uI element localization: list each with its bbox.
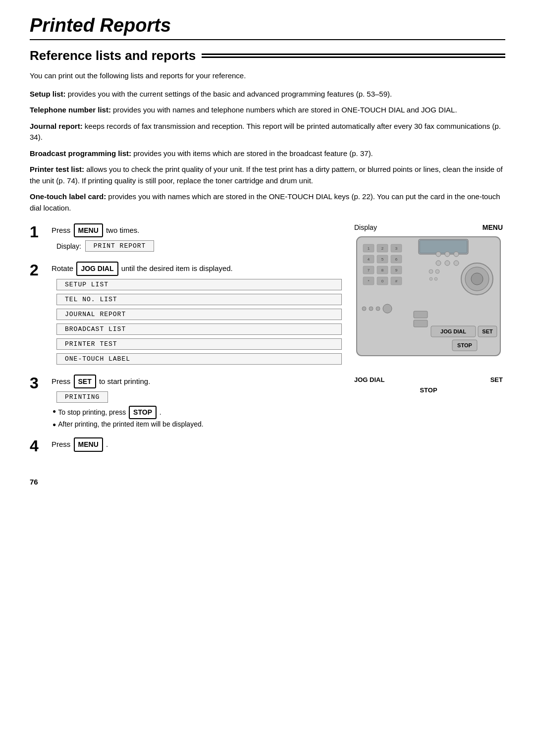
step-2-text: Rotate JOG DIAL until the desired item i… xyxy=(52,262,342,275)
svg-rect-50 xyxy=(414,311,428,318)
desc-telephone-bold: Telephone number list: xyxy=(30,106,111,114)
step-1-after: two times. xyxy=(106,226,140,234)
svg-point-41 xyxy=(369,307,373,311)
svg-text:*: * xyxy=(368,279,369,283)
display-item-setup: SETUP LIST xyxy=(56,279,342,290)
step-3: 3 Press SET to start printing. PRINTING … xyxy=(30,375,342,430)
step-1-text: Press MENU two times. xyxy=(52,223,342,237)
page-number: 76 xyxy=(30,478,505,486)
svg-rect-2 xyxy=(420,240,467,253)
set-label: SET xyxy=(490,376,503,383)
svg-point-37 xyxy=(435,270,439,273)
device-label-row: Display MENU xyxy=(354,223,503,231)
step-4-number: 4 xyxy=(30,437,45,455)
step-1-content: Press MENU two times. Display: PRINT REP… xyxy=(52,223,342,254)
svg-text:#: # xyxy=(395,279,398,283)
step-2-content: Rotate JOG DIAL until the desired item i… xyxy=(52,262,342,366)
title-rule xyxy=(30,39,505,40)
svg-point-5 xyxy=(471,273,483,285)
device-menu-label: MENU xyxy=(482,223,503,231)
device-svg: 123 456 789 *0# JOG DIA xyxy=(354,234,503,373)
step-3-bullet-1-text: To stop printing, press STOP . xyxy=(58,406,161,419)
device-illustration: Display MENU xyxy=(352,223,505,463)
step-1-key-menu: MENU xyxy=(74,223,103,237)
step-2-before: Rotate xyxy=(52,264,73,272)
desc-printer-bold: Printer test list: xyxy=(30,165,84,173)
display-item-printer: PRINTER TEST xyxy=(56,338,342,350)
svg-text:3: 3 xyxy=(395,246,398,251)
desc-telephone-text: provides you with names and telephone nu… xyxy=(111,106,457,114)
svg-text:0: 0 xyxy=(381,279,384,283)
step-2-number: 2 xyxy=(30,262,45,279)
step-3-bullets: To stop printing, press STOP . After pri… xyxy=(53,406,342,430)
stop-key-inline: STOP xyxy=(129,406,157,419)
step-4-before: Press xyxy=(52,440,70,448)
step-3-after: to start printing. xyxy=(99,377,150,385)
desc-printer: Printer test list: allows you to check t… xyxy=(30,164,505,186)
display-item-broadcast: BROADCAST LIST xyxy=(56,324,342,335)
step-4-key-menu: MENU xyxy=(74,437,103,451)
svg-point-31 xyxy=(445,252,450,257)
svg-text:2: 2 xyxy=(381,246,384,251)
svg-point-35 xyxy=(454,261,459,266)
desc-onetouch: One-touch label card: provides you with … xyxy=(30,191,505,214)
svg-text:JOG DIAL: JOG DIAL xyxy=(440,328,466,334)
step-3-bullet-2-text: After printing, the printed item will be… xyxy=(58,419,203,430)
step-4-text: Press MENU . xyxy=(52,437,342,451)
svg-point-36 xyxy=(429,270,433,273)
desc-journal-text: keeps records of fax transmission and re… xyxy=(30,122,501,142)
step-1-display-line: Display: PRINT REPORT xyxy=(56,240,342,252)
device-bottom-labels: JOG DIAL SET xyxy=(354,376,503,383)
step-3-bullet-1: To stop printing, press STOP . xyxy=(53,406,342,419)
desc-broadcast: Broadcast programming list: provides you… xyxy=(30,148,505,160)
svg-point-43 xyxy=(383,304,392,313)
svg-point-32 xyxy=(454,252,459,257)
desc-printer-text: allows you to check the print quality of… xyxy=(30,165,503,185)
desc-broadcast-text: provides you with items which are stored… xyxy=(131,149,373,158)
step-2-key-jog: JOG DIAL xyxy=(76,262,118,275)
intro-paragraph: You can print out the following lists an… xyxy=(30,70,505,82)
svg-point-42 xyxy=(376,307,380,311)
steps-area: 1 Press MENU two times. Display: PRINT R… xyxy=(30,223,505,463)
step-2-display-list: SETUP LIST TEL NO. LIST JOURNAL REPORT B… xyxy=(56,279,342,367)
svg-rect-51 xyxy=(414,320,428,327)
svg-text:SET: SET xyxy=(482,328,493,334)
step-1-number: 1 xyxy=(30,223,45,241)
jog-dial-label: JOG DIAL xyxy=(354,376,384,383)
desc-onetouch-bold: One-touch label card: xyxy=(30,192,106,201)
steps-left: 1 Press MENU two times. Display: PRINT R… xyxy=(30,223,342,463)
step-3-bullet-2: After printing, the printed item will be… xyxy=(53,419,342,430)
step-1: 1 Press MENU two times. Display: PRINT R… xyxy=(30,223,342,254)
svg-text:5: 5 xyxy=(381,257,384,262)
desc-setup-bold: Setup list: xyxy=(30,90,66,98)
svg-text:8: 8 xyxy=(381,268,384,272)
desc-broadcast-bold: Broadcast programming list: xyxy=(30,149,131,158)
desc-setup-text: provides you with the current settings o… xyxy=(66,90,392,98)
svg-point-39 xyxy=(434,277,437,280)
step-3-before: Press xyxy=(52,377,70,385)
step-3-text: Press SET to start printing. xyxy=(52,375,342,388)
svg-point-30 xyxy=(436,252,441,257)
step-1-before: Press xyxy=(52,226,70,234)
svg-rect-0 xyxy=(357,237,500,356)
section-heading: Reference lists and reports xyxy=(30,48,505,63)
display-item-onetouch: ONE-TOUCH LABEL xyxy=(56,353,342,365)
svg-text:1: 1 xyxy=(368,246,370,251)
svg-point-40 xyxy=(362,307,366,311)
display-item-tel: TEL NO. LIST xyxy=(56,294,342,305)
svg-point-33 xyxy=(436,261,441,266)
device-display-label: Display xyxy=(354,223,377,231)
svg-text:4: 4 xyxy=(368,257,370,262)
step-2: 2 Rotate JOG DIAL until the desired item… xyxy=(30,262,342,366)
svg-text:STOP: STOP xyxy=(457,342,472,348)
step-2-after: until the desired item is displayed. xyxy=(121,264,233,272)
svg-text:7: 7 xyxy=(368,268,370,272)
svg-text:9: 9 xyxy=(395,268,398,272)
step-1-display-box: PRINT REPORT xyxy=(85,240,155,252)
svg-text:6: 6 xyxy=(395,257,398,262)
step-3-display-row: PRINTING xyxy=(56,391,342,403)
desc-journal: Journal report: keeps records of fax tra… xyxy=(30,121,505,143)
step-4: 4 Press MENU . xyxy=(30,437,342,455)
step-3-content: Press SET to start printing. PRINTING To… xyxy=(52,375,342,430)
step-4-content: Press MENU . xyxy=(52,437,342,454)
